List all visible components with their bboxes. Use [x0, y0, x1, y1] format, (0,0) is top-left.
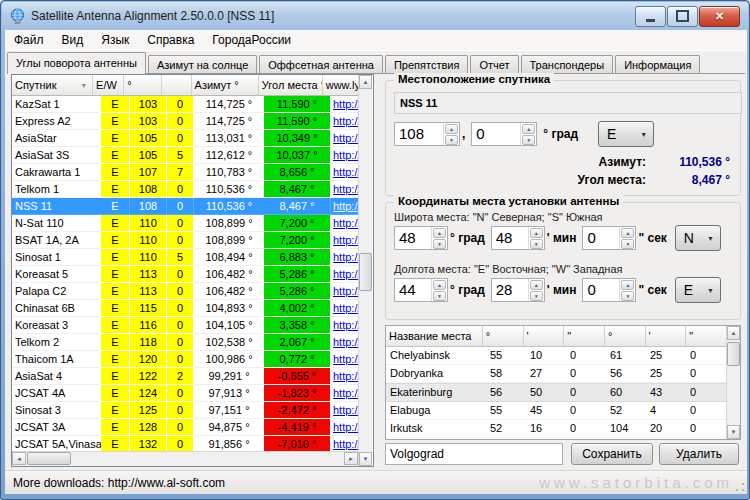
tab[interactable]: Углы поворота антенны [7, 52, 146, 74]
satellite-link[interactable]: http://w [331, 215, 358, 232]
satellite-link[interactable]: http://w [331, 96, 358, 113]
table-row[interactable]: AsiaSat 3S E 105 5 112,612 ° 10,037 ° ht… [12, 147, 358, 164]
menu-item[interactable]: Справка [138, 31, 203, 49]
menu-item[interactable]: Файл [5, 31, 53, 49]
tab[interactable]: Транспондеры [521, 55, 614, 74]
spin-down-icon[interactable]: ▼ [530, 239, 543, 249]
city-name-input[interactable]: Volgograd [385, 443, 563, 465]
lat-sec-stepper[interactable]: 0 ▲▼ [582, 226, 636, 250]
tab[interactable]: Отчет [470, 55, 518, 74]
spin-up-icon[interactable]: ▲ [433, 280, 446, 290]
table-row[interactable]: AsiaStar E 105 0 113,031 ° 10,349 ° http… [12, 130, 358, 147]
satellite-link[interactable]: http://w [331, 266, 358, 283]
lon-direction-select[interactable]: E ▼ [675, 277, 721, 303]
scroll-up-icon[interactable]: ▲ [359, 75, 372, 89]
list-item[interactable]: Ekaterinburg 56 50 0 60 43 0 [386, 383, 726, 402]
satellite-link[interactable]: http://w [331, 130, 358, 147]
tab[interactable]: Информация [615, 55, 700, 74]
scroll-left-icon[interactable]: ◄ [12, 452, 26, 465]
lon-sec-stepper[interactable]: 0 ▲▼ [582, 278, 636, 302]
table-row[interactable]: Sinosat 1 E 110 5 108,494 ° 6,883 ° http… [12, 249, 358, 266]
spin-up-icon[interactable]: ▲ [621, 280, 634, 290]
table-row[interactable]: Koreasat 5 E 113 0 106,482 ° 5,286 ° htt… [12, 266, 358, 283]
delete-button[interactable]: Удалить [659, 443, 739, 465]
vertical-scrollbar[interactable]: ▲ ▼ [358, 75, 372, 466]
orbit-frac-stepper[interactable]: 0 ▲▼ [471, 122, 537, 146]
header-link[interactable]: www.lyn [323, 75, 358, 95]
header-lon-deg[interactable]: ° [605, 326, 646, 346]
satellite-link[interactable]: http://w [331, 164, 358, 181]
table-row[interactable]: Thaicom 1A E 120 0 100,986 ° 0,772 ° htt… [12, 351, 358, 368]
table-row[interactable]: KazSat 1 E 103 0 114,725 ° 11,590 ° http… [12, 96, 358, 113]
spin-up-icon[interactable]: ▲ [530, 280, 543, 290]
satellite-link[interactable]: http://w [331, 249, 358, 266]
list-item[interactable]: Irkutsk 52 16 0 104 20 0 [386, 420, 726, 438]
spin-down-icon[interactable]: ▼ [445, 135, 458, 145]
scroll-right-icon[interactable]: ► [344, 452, 358, 465]
hemisphere-select[interactable]: E ▼ [598, 121, 654, 147]
resize-grip[interactable] [734, 481, 746, 493]
table-row[interactable]: JCSAT 5A,Vinasat 1 E 132 0 91,856 ° -7,0… [12, 436, 358, 451]
satellite-link[interactable]: http://w [331, 419, 358, 436]
tab[interactable]: Азимут на солнце [148, 55, 257, 74]
satellite-link[interactable]: http://w [331, 198, 358, 215]
minimize-button[interactable] [635, 6, 666, 27]
satellite-link[interactable]: http://w [331, 402, 358, 419]
orbit-deg-stepper[interactable]: 108 ▲▼ [394, 122, 460, 146]
cities-scroll-thumb[interactable] [727, 342, 740, 366]
maximize-button[interactable] [667, 6, 698, 27]
header-azimuth[interactable]: Азимут ° [192, 75, 259, 95]
spin-down-icon[interactable]: ▼ [621, 291, 634, 301]
spin-down-icon[interactable]: ▼ [621, 239, 634, 249]
cities-vertical-scrollbar[interactable]: ▲ ▼ [726, 326, 740, 439]
list-item[interactable]: Dobryanka 58 27 0 56 25 0 [386, 365, 726, 383]
scroll-down-icon[interactable]: ▼ [359, 452, 372, 466]
menu-item[interactable]: Вид [53, 31, 93, 49]
table-row[interactable]: BSAT 1A, 2A E 110 0 108,899 ° 7,200 ° ht… [12, 232, 358, 249]
header-elevation[interactable]: Угол места ° [259, 75, 323, 95]
horizontal-scrollbar[interactable]: ◄ ► [12, 451, 358, 466]
header-lon-sec[interactable]: " [686, 326, 726, 346]
table-row[interactable]: Telkom 1 E 108 0 110,536 ° 8,467 ° http:… [12, 181, 358, 198]
satellite-link[interactable]: http://w [331, 436, 358, 451]
scroll-up-icon[interactable]: ▲ [727, 326, 740, 340]
lon-min-stepper[interactable]: 28 ▲▼ [491, 278, 545, 302]
scroll-down-icon[interactable]: ▼ [727, 425, 740, 439]
tab[interactable]: Препятствия [385, 55, 468, 74]
satellite-link[interactable]: http://w [331, 317, 358, 334]
save-button[interactable]: Сохранить [571, 443, 653, 465]
satellite-link[interactable]: http://w [331, 385, 358, 402]
spin-up-icon[interactable]: ▲ [433, 228, 446, 238]
vertical-scroll-thumb[interactable] [359, 253, 372, 291]
satellite-link[interactable]: http://w [331, 300, 358, 317]
spin-up-icon[interactable]: ▲ [445, 124, 458, 134]
header-ew[interactable]: E/W [93, 75, 124, 95]
satellite-link[interactable]: http://w [331, 334, 358, 351]
spin-down-icon[interactable]: ▼ [433, 239, 446, 249]
table-row[interactable]: N-Sat 110 E 110 0 108,899 ° 7,200 ° http… [12, 215, 358, 232]
header-satellite[interactable]: Спутник ▼ [12, 75, 93, 95]
lat-direction-select[interactable]: N ▼ [675, 225, 721, 251]
header-place-name[interactable]: Название места [386, 326, 483, 346]
satellite-name-field[interactable]: NSS 11 [394, 92, 742, 114]
spin-up-icon[interactable]: ▲ [522, 124, 535, 134]
menu-item[interactable]: ГородаРоссии [203, 31, 300, 49]
lon-deg-stepper[interactable]: 44 ▲▼ [394, 278, 448, 302]
satellite-link[interactable]: http://w [331, 283, 358, 300]
title-bar[interactable]: Satellite Antenna Alignment 2.50.0.0 [NS… [2, 2, 748, 30]
close-button[interactable]: ✕ [699, 6, 740, 27]
satellite-link[interactable]: http://w [331, 232, 358, 249]
satellite-link[interactable]: http://w [331, 113, 358, 130]
list-item[interactable]: Elabuga 55 45 0 52 4 0 [386, 402, 726, 420]
table-row[interactable]: Palapa C2 E 113 0 106,482 ° 5,286 ° http… [12, 283, 358, 300]
table-row[interactable]: Express A2 E 103 0 114,725 ° 11,590 ° ht… [12, 113, 358, 130]
table-row[interactable]: Sinosat 3 E 125 0 97,151 ° -2,472 ° http… [12, 402, 358, 419]
tab[interactable]: Оффсетная антенна [259, 55, 383, 74]
horizontal-scroll-thumb[interactable] [27, 452, 71, 465]
header-deg[interactable]: ° [124, 75, 162, 95]
header-lat-deg[interactable]: ° [483, 326, 524, 346]
header-lat-min[interactable]: ' [524, 326, 565, 346]
lat-deg-stepper[interactable]: 48 ▲▼ [394, 226, 448, 250]
satellite-link[interactable]: http://w [331, 351, 358, 368]
table-row[interactable]: NSS 11 E 108 0 110,536 ° 8,467 ° http://… [12, 198, 358, 215]
